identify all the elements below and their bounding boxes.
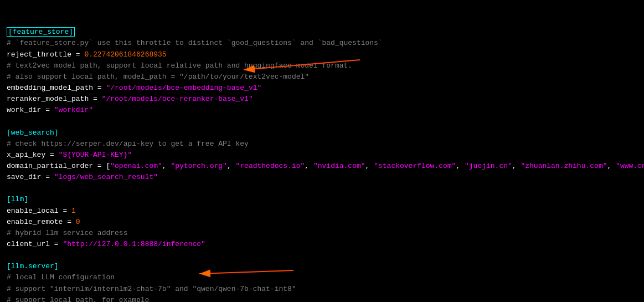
code-line: embedding_model_path = "/root/models/bce… [7, 83, 637, 94]
code-line: [web_search] [7, 127, 637, 139]
code-line: # text2vec model path, support local rel… [7, 60, 637, 71]
code-line [7, 116, 637, 127]
code-line [7, 183, 637, 194]
code-line: # also support local path, model_path = … [7, 71, 637, 83]
code-line: [llm] [7, 194, 637, 205]
code-line: work_dir = "workdir" [7, 105, 637, 116]
code-line: save_dir = "logs/web_search_result" [7, 172, 637, 183]
code-line: # support "internlm/internlm2-chat-7b" a… [7, 284, 637, 295]
code-line: # `feature_store.py` use this throttle t… [7, 38, 637, 49]
code-line: # local LLM configuration [7, 272, 637, 283]
code-line: # hybrid llm service address [7, 228, 637, 239]
code-line: enable_remote = 0 [7, 217, 637, 228]
code-line: enable_local = 1 [7, 206, 637, 217]
code-line: [feature_store] [7, 27, 637, 38]
code-line: client_url = "http://127.0.0.1:8888/infe… [7, 239, 637, 250]
code-line: x_api_key = "${YOUR-API-KEY}" [7, 150, 637, 161]
code-line: reranker_model_path = "/root/models/bce-… [7, 94, 637, 105]
code-editor: [feature_store]# `feature_store.py` use … [0, 0, 644, 302]
code-line: [llm.server] [7, 261, 637, 272]
code-line: # check https://serper.dev/api-key to ge… [7, 139, 637, 150]
code-line: # support local path, for example [7, 295, 637, 302]
code-line: domain_partial_order = ["openai.com", "p… [7, 161, 637, 172]
code-line: reject_throttle = 0.22742061846268935 [7, 49, 637, 60]
code-line [7, 250, 637, 261]
